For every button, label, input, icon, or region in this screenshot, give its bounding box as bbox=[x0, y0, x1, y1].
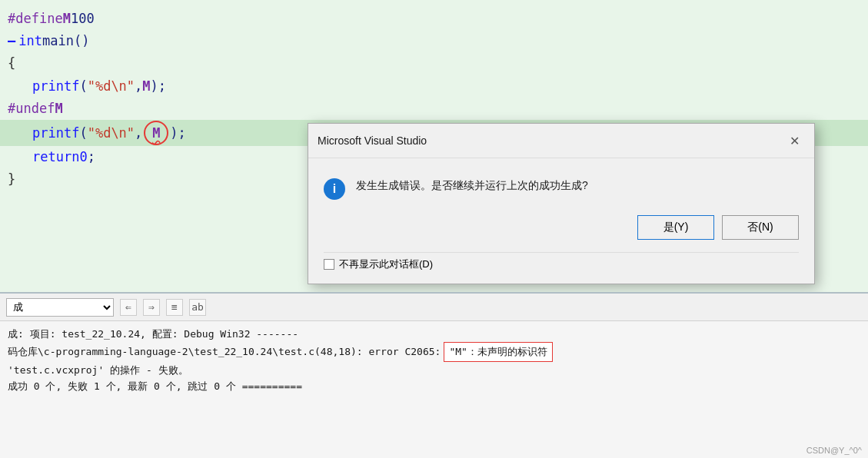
modal-message-row: i 发生生成错误。是否继续并运行上次的成功生成? bbox=[324, 177, 799, 200]
yes-button[interactable]: 是(Y) bbox=[637, 215, 714, 240]
build-line-4: 成功 0 个, 失败 1 个, 最新 0 个, 跳过 0 个 =========… bbox=[8, 378, 860, 394]
error-line: 码仓库\c-programming-language-2\test_22_10.… bbox=[8, 342, 860, 361]
modal-buttons: 是(Y) 否(N) bbox=[324, 215, 799, 240]
info-icon: i bbox=[324, 178, 345, 200]
modal-body: i 发生生成错误。是否继续并运行上次的成功生成? 是(Y) 否(N) 不再显示此… bbox=[308, 158, 814, 284]
csdn-watermark: CSDN@Y_^0^ bbox=[806, 446, 862, 455]
toolbar-icon-3[interactable]: ≡ bbox=[166, 299, 183, 316]
keyword-undef: #undef bbox=[8, 98, 55, 119]
bottom-toolbar: 成 ⇐ ⇒ ≡ ab bbox=[0, 294, 868, 321]
bottom-content: 成: 项目: test_22_10.24, 配置: Debug Win32 --… bbox=[0, 321, 868, 400]
code-line-5: #undef M bbox=[0, 98, 868, 120]
code-line-1: #define M 100 bbox=[0, 8, 868, 30]
macro-m-1: M bbox=[63, 8, 71, 29]
modal-footer: 不再显示此对话框(D) bbox=[324, 252, 799, 271]
keyword-int: int bbox=[18, 31, 42, 51]
no-button[interactable]: 否(N) bbox=[722, 215, 799, 240]
modal-message: 发生生成错误。是否继续并运行上次的成功生成? bbox=[356, 177, 588, 194]
zero: 0 bbox=[79, 147, 87, 168]
modal-dialog: Microsoft Visual Studio ✕ i 发生生成错误。是否继续并… bbox=[308, 123, 815, 284]
printf-2: printf bbox=[32, 123, 79, 144]
line-indicator: — bbox=[8, 31, 15, 51]
modal-close-button[interactable]: ✕ bbox=[783, 130, 805, 151]
toolbar-icon-4[interactable]: ab bbox=[189, 299, 206, 316]
modal-titlebar: Microsoft Visual Studio ✕ bbox=[308, 124, 814, 158]
printf-1: printf bbox=[32, 76, 79, 97]
build-line-3: 'test.c.vcxproj' 的操作 - 失败。 bbox=[8, 362, 860, 378]
macro-m-undef: M bbox=[55, 98, 62, 119]
toolbar-icon-2[interactable]: ⇒ bbox=[143, 299, 160, 316]
bottom-panel: 成 ⇐ ⇒ ≡ ab 成: 项目: test_22_10.24, 配置: Deb… bbox=[0, 292, 868, 458]
toolbar-icon-1[interactable]: ⇐ bbox=[120, 299, 137, 316]
output-select[interactable]: 成 bbox=[6, 298, 114, 317]
code-line-3: { bbox=[0, 52, 868, 75]
code-line-2: —int main() bbox=[0, 30, 868, 52]
modal-title: Microsoft Visual Studio bbox=[318, 134, 427, 147]
circled-m: M bbox=[144, 121, 168, 145]
main-func: main() bbox=[42, 31, 89, 51]
brace-open: { bbox=[8, 53, 15, 74]
error-prefix: 码仓库\c-programming-language-2\test_22_10.… bbox=[8, 344, 441, 360]
number-100: 100 bbox=[71, 8, 95, 29]
brace-close: } bbox=[8, 169, 15, 190]
no-show-label: 不再显示此对话框(D) bbox=[339, 257, 433, 271]
build-line-1: 成: 项目: test_22_10.24, 配置: Debug Win32 --… bbox=[8, 326, 860, 342]
keyword-define: #define bbox=[8, 8, 63, 29]
keyword-return: return bbox=[32, 147, 79, 168]
no-show-checkbox[interactable] bbox=[324, 259, 334, 270]
error-highlight: "M"：未声明的标识符 bbox=[444, 342, 552, 361]
code-line-4: printf("%d\n", M); bbox=[0, 75, 868, 98]
